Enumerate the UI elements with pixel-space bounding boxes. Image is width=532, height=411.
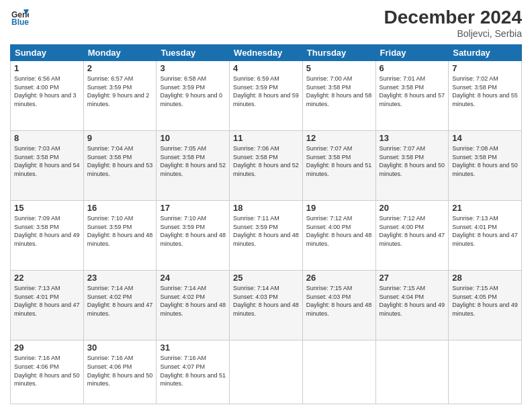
calendar-cell: 11Sunrise: 7:06 AMSunset: 3:58 PMDayligh… — [230, 131, 303, 201]
calendar-cell: 9Sunrise: 7:04 AMSunset: 3:58 PMDaylight… — [83, 131, 157, 201]
cell-details: Sunrise: 7:05 AMSunset: 3:58 PMDaylight:… — [160, 144, 226, 178]
day-number: 2 — [87, 63, 153, 73]
day-number: 16 — [87, 203, 153, 213]
calendar-cell: 18Sunrise: 7:11 AMSunset: 3:59 PMDayligh… — [230, 201, 303, 271]
day-number: 10 — [160, 133, 226, 143]
calendar-cell: 4Sunrise: 6:59 AMSunset: 3:59 PMDaylight… — [230, 61, 303, 131]
day-number: 7 — [452, 63, 518, 73]
day-number: 11 — [233, 133, 299, 143]
day-number: 15 — [14, 203, 80, 213]
cell-details: Sunrise: 7:11 AMSunset: 3:59 PMDaylight:… — [233, 214, 299, 248]
cell-details: Sunrise: 7:14 AMSunset: 4:03 PMDaylight:… — [233, 284, 299, 318]
day-number: 3 — [160, 63, 226, 73]
calendar-cell: 1Sunrise: 6:56 AMSunset: 4:00 PMDaylight… — [11, 61, 84, 131]
day-number: 13 — [380, 133, 445, 143]
calendar-cell: 3Sunrise: 6:58 AMSunset: 3:59 PMDaylight… — [157, 61, 230, 131]
calendar-cell: 15Sunrise: 7:09 AMSunset: 3:58 PMDayligh… — [11, 201, 84, 271]
calendar-cell: 12Sunrise: 7:07 AMSunset: 3:58 PMDayligh… — [302, 131, 375, 201]
calendar-cell: 13Sunrise: 7:07 AMSunset: 3:58 PMDayligh… — [375, 131, 449, 201]
day-number: 20 — [380, 203, 445, 213]
calendar-table: SundayMondayTuesdayWednesdayThursdayFrid… — [10, 44, 522, 404]
day-number: 31 — [160, 342, 226, 353]
calendar-cell: 29Sunrise: 7:16 AMSunset: 4:06 PMDayligh… — [11, 340, 84, 404]
calendar-header-row: SundayMondayTuesdayWednesdayThursdayFrid… — [11, 45, 522, 61]
calendar-cell — [375, 340, 449, 404]
calendar-cell: 21Sunrise: 7:13 AMSunset: 4:01 PMDayligh… — [449, 201, 522, 271]
cell-details: Sunrise: 7:15 AMSunset: 4:05 PMDaylight:… — [452, 284, 518, 318]
calendar-week-5: 29Sunrise: 7:16 AMSunset: 4:06 PMDayligh… — [11, 340, 522, 404]
cell-details: Sunrise: 7:13 AMSunset: 4:01 PMDaylight:… — [452, 214, 518, 248]
day-number: 25 — [233, 273, 299, 283]
calendar-cell: 8Sunrise: 7:03 AMSunset: 3:58 PMDaylight… — [11, 131, 84, 201]
day-number: 26 — [306, 273, 372, 283]
calendar-cell: 30Sunrise: 7:16 AMSunset: 4:06 PMDayligh… — [83, 340, 157, 404]
calendar-cell: 7Sunrise: 7:02 AMSunset: 3:58 PMDaylight… — [449, 61, 522, 131]
cell-details: Sunrise: 7:10 AMSunset: 3:59 PMDaylight:… — [160, 214, 226, 248]
title-block: December 2024 Boljevci, Serbia — [384, 7, 522, 39]
calendar-cell: 14Sunrise: 7:08 AMSunset: 3:58 PMDayligh… — [449, 131, 522, 201]
cell-details: Sunrise: 7:10 AMSunset: 3:59 PMDaylight:… — [87, 214, 153, 248]
calendar-cell: 22Sunrise: 7:13 AMSunset: 4:01 PMDayligh… — [11, 271, 84, 340]
calendar-cell — [449, 340, 522, 404]
calendar-cell: 24Sunrise: 7:14 AMSunset: 4:02 PMDayligh… — [157, 271, 230, 340]
cell-details: Sunrise: 7:14 AMSunset: 4:02 PMDaylight:… — [87, 284, 153, 318]
calendar-cell: 31Sunrise: 7:16 AMSunset: 4:07 PMDayligh… — [157, 340, 230, 404]
day-number: 1 — [14, 63, 80, 73]
day-number: 8 — [14, 133, 80, 143]
weekday-header-wednesday: Wednesday — [230, 45, 303, 61]
calendar-cell: 17Sunrise: 7:10 AMSunset: 3:59 PMDayligh… — [157, 201, 230, 271]
svg-text:Blue: Blue — [11, 17, 29, 26]
calendar-cell: 26Sunrise: 7:15 AMSunset: 4:03 PMDayligh… — [302, 271, 375, 340]
day-number: 27 — [380, 273, 445, 283]
calendar-week-3: 15Sunrise: 7:09 AMSunset: 3:58 PMDayligh… — [11, 201, 522, 271]
cell-details: Sunrise: 6:56 AMSunset: 4:00 PMDaylight:… — [14, 75, 80, 108]
cell-details: Sunrise: 7:07 AMSunset: 3:58 PMDaylight:… — [380, 144, 445, 178]
day-number: 14 — [452, 133, 518, 143]
calendar-cell: 23Sunrise: 7:14 AMSunset: 4:02 PMDayligh… — [83, 271, 157, 340]
day-number: 29 — [14, 342, 80, 353]
weekday-header-tuesday: Tuesday — [157, 45, 230, 61]
cell-details: Sunrise: 7:15 AMSunset: 4:03 PMDaylight:… — [306, 284, 372, 318]
cell-details: Sunrise: 7:04 AMSunset: 3:58 PMDaylight:… — [87, 144, 153, 178]
day-number: 18 — [233, 203, 299, 213]
page: General Blue December 2024 Boljevci, Ser… — [0, 0, 532, 411]
day-number: 21 — [452, 203, 518, 213]
month-title: December 2024 — [384, 7, 522, 28]
day-number: 4 — [233, 63, 299, 73]
day-number: 23 — [87, 273, 153, 283]
cell-details: Sunrise: 7:02 AMSunset: 3:58 PMDaylight:… — [452, 75, 518, 108]
calendar-cell: 27Sunrise: 7:15 AMSunset: 4:04 PMDayligh… — [375, 271, 449, 340]
cell-details: Sunrise: 7:00 AMSunset: 3:58 PMDaylight:… — [306, 75, 372, 108]
day-number: 9 — [87, 133, 153, 143]
weekday-header-sunday: Sunday — [11, 45, 84, 61]
location: Boljevci, Serbia — [384, 28, 522, 39]
day-number: 28 — [452, 273, 518, 283]
cell-details: Sunrise: 7:07 AMSunset: 3:58 PMDaylight:… — [306, 144, 372, 178]
cell-details: Sunrise: 7:01 AMSunset: 3:58 PMDaylight:… — [380, 75, 445, 108]
calendar-week-1: 1Sunrise: 6:56 AMSunset: 4:00 PMDaylight… — [11, 61, 522, 131]
weekday-header-monday: Monday — [83, 45, 157, 61]
calendar-cell: 16Sunrise: 7:10 AMSunset: 3:59 PMDayligh… — [83, 201, 157, 271]
cell-details: Sunrise: 7:14 AMSunset: 4:02 PMDaylight:… — [160, 284, 226, 318]
header: General Blue December 2024 Boljevci, Ser… — [10, 7, 522, 39]
cell-details: Sunrise: 7:16 AMSunset: 4:07 PMDaylight:… — [160, 354, 226, 387]
cell-details: Sunrise: 6:59 AMSunset: 3:59 PMDaylight:… — [233, 75, 299, 108]
calendar-cell — [302, 340, 375, 404]
cell-details: Sunrise: 7:08 AMSunset: 3:58 PMDaylight:… — [452, 144, 518, 178]
weekday-header-thursday: Thursday — [302, 45, 375, 61]
day-number: 5 — [306, 63, 372, 73]
calendar-cell: 25Sunrise: 7:14 AMSunset: 4:03 PMDayligh… — [230, 271, 303, 340]
calendar-cell: 20Sunrise: 7:12 AMSunset: 4:00 PMDayligh… — [375, 201, 449, 271]
weekday-header-friday: Friday — [375, 45, 449, 61]
calendar-cell: 6Sunrise: 7:01 AMSunset: 3:58 PMDaylight… — [375, 61, 449, 131]
day-number: 12 — [306, 133, 372, 143]
day-number: 17 — [160, 203, 226, 213]
day-number: 6 — [380, 63, 445, 73]
calendar-week-4: 22Sunrise: 7:13 AMSunset: 4:01 PMDayligh… — [11, 271, 522, 340]
calendar-cell: 19Sunrise: 7:12 AMSunset: 4:00 PMDayligh… — [302, 201, 375, 271]
calendar-week-2: 8Sunrise: 7:03 AMSunset: 3:58 PMDaylight… — [11, 131, 522, 201]
cell-details: Sunrise: 7:12 AMSunset: 4:00 PMDaylight:… — [380, 214, 445, 248]
calendar-cell: 28Sunrise: 7:15 AMSunset: 4:05 PMDayligh… — [449, 271, 522, 340]
calendar-cell: 5Sunrise: 7:00 AMSunset: 3:58 PMDaylight… — [302, 61, 375, 131]
cell-details: Sunrise: 7:09 AMSunset: 3:58 PMDaylight:… — [14, 214, 80, 248]
